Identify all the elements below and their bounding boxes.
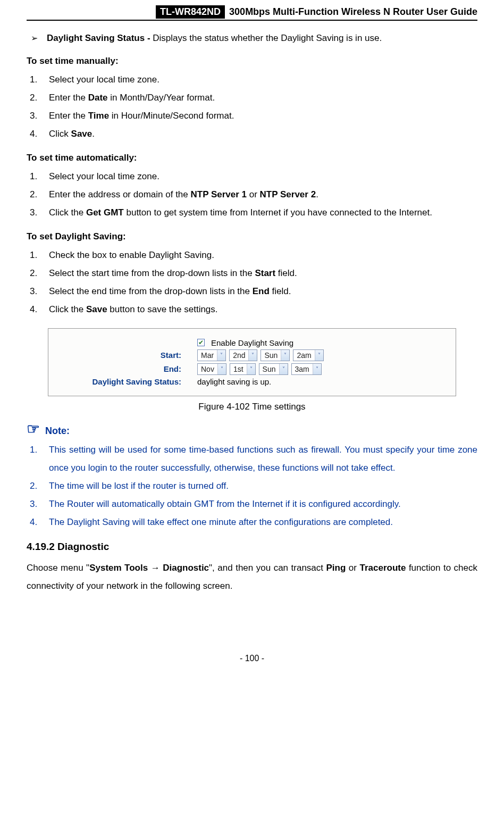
list-item: 3.Select the end time from the drop-down… — [30, 282, 477, 301]
list-item: 1.This setting will be used for some tim… — [30, 441, 477, 477]
chevron-down-icon: ˅ — [315, 350, 323, 361]
header-title: 300Mbps Multi-Function Wireless N Router… — [225, 5, 477, 19]
start-label: Start: — [54, 351, 197, 360]
list-item: 2.The time will be lost if the router is… — [30, 477, 477, 495]
chevron-down-icon: ˅ — [217, 350, 225, 361]
start-month-select[interactable]: Mar˅ — [197, 349, 226, 361]
diagnostic-para: Choose menu "System Tools → Diagnostic",… — [27, 559, 477, 595]
end-label: End: — [54, 364, 197, 373]
end-hour-select[interactable]: 3am˅ — [291, 363, 322, 375]
chevron-down-icon: ˅ — [247, 364, 255, 374]
note-header: ☞ Note: — [27, 422, 477, 437]
end-month-select[interactable]: Nov˅ — [197, 363, 226, 375]
list-item: 4.Click the Save button to save the sett… — [30, 301, 477, 319]
list-item: 1.Select your local time zone. — [30, 168, 477, 186]
manual-steps: 1.Select your local time zone. 2.Enter t… — [27, 71, 477, 143]
figure-caption: Figure 4-102 Time settings — [27, 402, 477, 412]
list-item: 3.Click the Get GMT button to get system… — [30, 204, 477, 222]
list-item: 4.The Daylight Saving will take effect o… — [30, 513, 477, 531]
list-item: 3.Enter the Time in Hour/Minute/Second f… — [30, 107, 477, 125]
diagnostic-heading: 4.19.2 Diagnostic — [27, 541, 477, 553]
note-label: Note: — [45, 426, 70, 437]
start-ord-select[interactable]: 2nd˅ — [229, 349, 257, 361]
list-item: 4.Click Save. — [30, 125, 477, 143]
pointing-hand-icon: ☞ — [27, 422, 40, 437]
enable-ds-label: Enable Daylight Saving — [211, 338, 293, 347]
chevron-down-icon: ˅ — [279, 364, 288, 374]
ds-steps: 1.Check the box to enable Daylight Savin… — [27, 246, 477, 319]
list-item: 2.Enter the Date in Month/Day/Year forma… — [30, 89, 477, 107]
chevron-down-icon: ˅ — [217, 364, 226, 374]
dss-label-fig: Daylight Saving Status: — [54, 377, 197, 386]
bullet-arrow-icon: ➢ — [27, 33, 47, 43]
list-item: 2.Select the start time from the drop-do… — [30, 264, 477, 282]
start-hour-select[interactable]: 2am˅ — [293, 349, 323, 361]
end-ord-select[interactable]: 1st˅ — [230, 363, 256, 375]
dss-text: Daylight Saving Status - Displays the st… — [47, 31, 382, 45]
page-header: TL-WR842ND 300Mbps Multi-Function Wirele… — [27, 5, 477, 21]
list-item: 3.The Router will automatically obtain G… — [30, 495, 477, 513]
list-item: 1.Select your local time zone. — [30, 71, 477, 89]
dss-label: Daylight Saving Status - — [47, 33, 153, 43]
chevron-down-icon: ˅ — [313, 364, 321, 374]
auto-title: To set time automatically: — [27, 153, 477, 163]
auto-steps: 1.Select your local time zone. 2.Enter t… — [27, 168, 477, 222]
dss-desc: Displays the status whether the Daylight… — [153, 33, 382, 43]
chevron-down-icon: ˅ — [248, 350, 257, 361]
ds-title: To set Daylight Saving: — [27, 231, 477, 242]
list-item: 2.Enter the address or domain of the NTP… — [30, 186, 477, 204]
list-item: 1.Check the box to enable Daylight Savin… — [30, 246, 477, 264]
manual-title: To set time manually: — [27, 56, 477, 66]
dss-status-text: daylight saving is up. — [197, 377, 271, 386]
end-day-select[interactable]: Sun˅ — [259, 363, 288, 375]
header-model: TL-WR842ND — [156, 5, 225, 19]
enable-ds-checkbox[interactable]: ✔ — [197, 339, 205, 346]
start-day-select[interactable]: Sun˅ — [261, 349, 290, 361]
dss-bullet: ➢ Daylight Saving Status - Displays the … — [27, 31, 477, 45]
page-number: - 100 - — [27, 654, 477, 663]
note-list: 1.This setting will be used for some tim… — [27, 441, 477, 531]
chevron-down-icon: ˅ — [281, 350, 289, 361]
figure-daylight-saving: ✔ Enable Daylight Saving Start: Mar˅ 2nd… — [48, 328, 456, 396]
